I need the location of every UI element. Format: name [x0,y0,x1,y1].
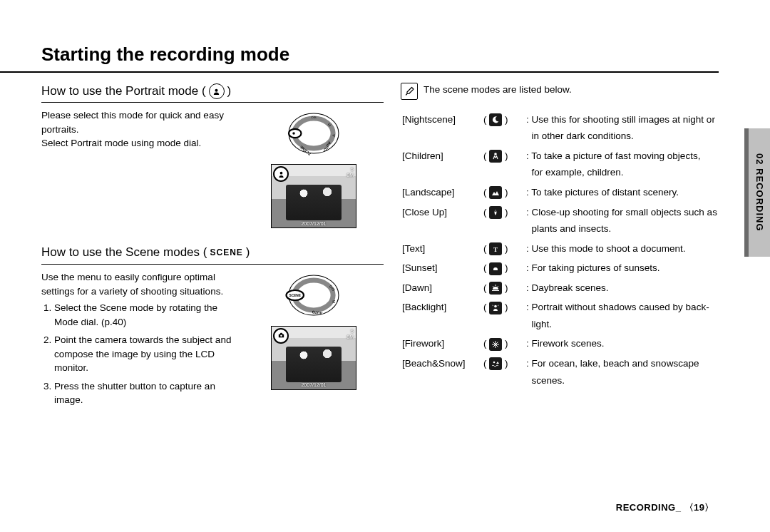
scene-mode-name: [Text] [401,239,482,259]
lcd-preview-scene: 5 8M 01:00 PM 2007/12/01 [271,326,356,390]
svg-point-18 [280,335,282,337]
scene-mode-row: [Beach&Snow]( ): For ocean, lake, beach … [401,354,719,374]
section-tab-label: 02 RECORDING [753,153,766,232]
scene-mode-row: [Dawn]( ): Daybreak scenes. [401,278,719,298]
lcd-right-overlay: 5 8M [346,167,354,178]
scene-mode-icon-cell: ( ) [482,146,525,166]
scene-mode-row-cont: for example, children. [401,165,719,183]
scene-mode-icon [489,186,502,199]
portrait-body-1: Please select this mode for quick and ea… [41,108,234,136]
scene-intro: Use the menu to easily configure optimal… [41,270,234,298]
scene-mode-desc: : Close-up shooting for small objects su… [525,203,719,222]
note-intro: The scene modes are listed below. [423,83,572,97]
lcd-time: 01:00 PM [272,377,356,383]
page-title: Starting the recording mode [0,0,719,73]
scene-mode-desc-cont: scenes. [525,374,719,391]
scene-heading-label: SCENE [210,247,242,259]
scene-mode-desc: : Firework scenes. [525,334,719,354]
scene-step-1: Select the Scene mode by rotating the Mo… [54,301,234,329]
scene-heading-post: ) [246,244,250,262]
page-footer: RECORDING_ 〈19〉 [616,501,714,515]
scene-mode-desc: : To take pictures of distant scenery. [525,183,719,203]
scene-mode-icon-cell: ( ) [482,297,525,317]
scene-mode-row: [Backlight]( ): Portrait without shadows… [401,297,719,317]
scene-mode-row: [Firework]( ): Firework scenes. [401,334,719,354]
lcd-mode-icon [273,166,289,182]
note-icon [401,83,418,100]
scene-mode-name: [Nightscene] [401,110,482,130]
scene-mode-row: [Sunset]( ): For taking pictures of suns… [401,258,719,278]
scene-mode-name: [Sunset] [401,258,482,278]
svg-line-29 [493,305,494,306]
scene-mode-name: [Beach&Snow] [401,354,482,374]
portrait-heading-text: How to use the Portrait mode ( [41,83,206,101]
svg-point-10 [279,172,282,175]
scene-mode-row-cont: scenes. [401,374,719,391]
scene-heading: How to use the Scene modes ( SCENE ) [41,244,384,265]
scene-mode-name: [Dawn] [401,278,482,298]
scene-mode-icon [489,302,502,314]
svg-point-35 [493,362,496,364]
scene-mode-row-cont: plants and insects. [401,222,719,239]
lcd-date: 2007/12/01 [272,382,356,388]
scene-mode-icon-cell: ( ) [482,110,525,130]
scene-mode-name: [Landscape] [401,183,482,203]
svg-point-4 [292,133,295,135]
svg-point-28 [494,305,497,307]
scene-mode-icon-cell: ( ) [482,258,525,278]
scene-mode-name: [Children] [401,146,482,166]
scene-mode-icon [489,113,502,126]
lcd-preview-portrait: 5 8M 01:00 PM 2007/12/01 [271,164,356,228]
scene-mode-desc-cont: light. [525,317,719,334]
scene-mode-icon-cell: ( T ) [482,239,525,259]
scene-step-2: Point the camera towards the subject and… [54,333,234,375]
scene-mode-desc: : For ocean, lake, beach and snowscape [525,354,719,374]
scene-mode-row: [Children]( ): To take a picture of fast… [401,146,719,166]
scene-mode-desc: : To take a picture of fast moving objec… [525,146,719,166]
svg-line-26 [498,286,499,287]
scene-step-3: Press the shutter button to capture an i… [54,379,234,407]
scene-mode-desc-cont: plants and insects. [525,222,719,239]
scene-mode-icon [489,150,502,163]
portrait-icon [209,83,225,99]
lcd-right-overlay: 5 8M [346,329,354,339]
scene-mode-icon [489,206,502,219]
scene-mode-icon-cell: ( ) [482,278,525,298]
scene-mode-icon [489,357,502,370]
scene-mode-desc: : For taking pictures of sunsets. [525,258,719,278]
scene-mode-icon-cell: ( ) [482,183,525,203]
scene-mode-icon-cell: ( ) [482,354,525,374]
svg-text:M: M [332,300,336,303]
scene-mode-desc: : Portrait without shadows caused by bac… [525,297,719,317]
scene-mode-icon [489,262,502,275]
scene-mode-row: [Close Up]( ): Close-up shooting for sma… [401,203,719,222]
scene-mode-name: [Firework] [401,334,482,354]
scene-mode-row: [Text]( T ): Use this mode to shoot a do… [401,239,719,259]
mode-dial-scene: SCENE OIS M AUTO [279,270,348,320]
portrait-heading-close: ) [227,83,232,101]
scene-mode-icon: T [489,242,502,255]
svg-point-19 [494,153,497,155]
lcd-mode-icon [273,328,289,344]
scene-mode-desc-cont: in other dark conditions. [525,129,719,146]
svg-text:SCENE: SCENE [289,294,301,297]
svg-text:OIS: OIS [311,116,317,119]
svg-text:T: T [493,246,498,253]
scene-mode-name: [Backlight] [401,297,482,317]
svg-point-20 [495,210,496,212]
scene-mode-desc: : Daybreak scenes. [525,278,719,298]
svg-rect-23 [492,270,499,272]
scene-mode-icon-cell: ( ) [482,203,525,222]
lcd-date: 2007/12/01 [272,221,356,227]
scene-mode-desc-cont: for example, children. [525,165,719,183]
scene-mode-name: [Close Up] [401,203,482,222]
scene-mode-row: [Nightscene]( ): Use this for shooting s… [401,110,719,130]
svg-line-30 [498,305,499,306]
svg-line-25 [493,286,494,287]
mode-dial-portrait: OIS M P AUTO SCENE [279,108,348,158]
lcd-time: 01:00 PM [272,215,356,221]
scene-mode-desc: : Use this for shooting still images at … [525,110,719,130]
svg-point-0 [215,88,218,91]
scene-mode-desc: : Use this mode to shoot a document. [525,239,719,259]
portrait-body-2: Select Portrait mode using mode dial. [41,136,234,150]
